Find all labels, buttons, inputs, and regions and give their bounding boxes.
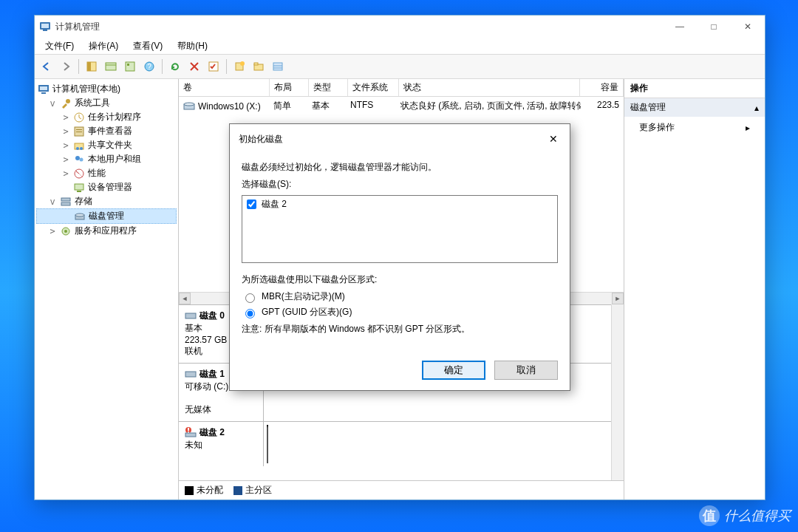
- disk-meta: 磁盘 2 未知: [179, 422, 264, 466]
- app-icon: [39, 21, 51, 33]
- tree-diskmgmt[interactable]: 磁盘管理: [36, 208, 177, 224]
- toolbar-sep: [226, 59, 227, 74]
- svg-rect-21: [41, 92, 46, 94]
- v-scrollbar[interactable]: [611, 304, 624, 481]
- volume-type: 基本: [307, 98, 346, 114]
- expander-icon[interactable]: >: [61, 168, 70, 179]
- tree-root-label: 计算机管理(本地): [52, 83, 120, 95]
- disk-select-list[interactable]: 磁盘 2: [242, 195, 558, 263]
- close-button[interactable]: ✕: [731, 16, 765, 38]
- tree-eventvwr[interactable]: >事件查看器: [36, 124, 177, 138]
- actions-more-label: 更多操作: [639, 121, 675, 134]
- svg-point-28: [76, 147, 79, 150]
- tree-devmgr[interactable]: 设备管理器: [36, 180, 177, 194]
- menu-view[interactable]: 查看(V): [126, 38, 170, 54]
- actions-category-label: 磁盘管理: [630, 101, 666, 114]
- col-status[interactable]: 状态: [399, 79, 580, 96]
- disk-row-2[interactable]: 磁盘 2 未知: [179, 421, 611, 466]
- expander-icon[interactable]: >: [61, 154, 70, 165]
- expander-icon[interactable]: >: [61, 126, 70, 137]
- view-button[interactable]: [102, 58, 120, 75]
- partition-unallocated[interactable]: [267, 425, 268, 463]
- svg-rect-4: [87, 62, 91, 71]
- expander-icon[interactable]: v: [48, 98, 57, 109]
- tree-label: 本地用户和组: [88, 153, 141, 166]
- watermark-text: 什么值得买: [724, 507, 791, 525]
- col-layout[interactable]: 布局: [270, 79, 309, 96]
- tree-perf[interactable]: >性能: [36, 166, 177, 180]
- svg-rect-35: [61, 198, 70, 201]
- volume-cap: 223.5: [581, 98, 624, 114]
- volume-name: Windows10 (X:): [198, 101, 261, 112]
- tree-storage[interactable]: v存储: [36, 194, 177, 208]
- expander-icon[interactable]: v: [48, 197, 57, 207]
- tree-localusers[interactable]: >本地用户和组: [36, 152, 177, 166]
- gpt-radio[interactable]: [245, 309, 255, 318]
- tree-scheduler[interactable]: >任务计划程序: [36, 110, 177, 124]
- svg-rect-15: [254, 63, 258, 65]
- nav-fwd-button[interactable]: [57, 58, 75, 75]
- actions-pane: 操作 磁盘管理 ▴ 更多操作 ▸: [624, 79, 765, 499]
- actions-category[interactable]: 磁盘管理 ▴: [624, 98, 765, 117]
- ok-button[interactable]: 确定: [422, 361, 485, 380]
- cancel-button[interactable]: 取消: [494, 361, 558, 380]
- volume-layout: 简单: [269, 98, 307, 114]
- actions-more[interactable]: 更多操作 ▸: [624, 117, 765, 138]
- disk-select-label: 磁盘 2: [262, 198, 287, 211]
- initialize-disk-dialog: 初始化磁盘 ✕ 磁盘必须经过初始化，逻辑磁盘管理器才能访问。 选择磁盘(S): …: [229, 123, 570, 391]
- mbr-option[interactable]: MBR(主启动记录)(M): [242, 290, 558, 303]
- tree-label: 存储: [75, 195, 92, 208]
- tree-label: 磁盘管理: [89, 210, 124, 222]
- col-fs[interactable]: 文件系统: [348, 79, 399, 96]
- titlebar[interactable]: 计算机管理 — □ ✕: [35, 16, 765, 38]
- col-type[interactable]: 类型: [309, 79, 348, 96]
- chevron-up-icon: ▴: [754, 103, 759, 113]
- dialog-close-button[interactable]: ✕: [545, 130, 562, 148]
- tree-shared[interactable]: >共享文件夹: [36, 138, 177, 152]
- svg-rect-46: [188, 428, 189, 431]
- tree-services[interactable]: >服务和应用程序: [36, 224, 177, 238]
- mbr-label: MBR(主启动记录)(M): [262, 290, 345, 303]
- maximize-button[interactable]: □: [697, 16, 731, 38]
- services-icon: [60, 225, 72, 237]
- expander-icon[interactable]: >: [48, 226, 57, 236]
- menu-action[interactable]: 操作(A): [81, 38, 126, 54]
- scroll-left-icon[interactable]: ◄: [179, 293, 191, 304]
- new-button[interactable]: [231, 58, 248, 75]
- scroll-right-icon[interactable]: ►: [612, 293, 624, 304]
- svg-rect-26: [76, 132, 82, 132]
- properties-button[interactable]: [121, 58, 139, 75]
- refresh-button[interactable]: [166, 58, 184, 75]
- tree-systools[interactable]: v系统工具: [36, 96, 177, 110]
- delete-button[interactable]: [185, 58, 203, 75]
- legend-primary-label: 主分区: [245, 485, 272, 495]
- list-view-button[interactable]: [269, 58, 287, 75]
- col-capacity[interactable]: 容量: [580, 79, 624, 96]
- show-hide-tree-button[interactable]: [83, 58, 100, 75]
- dialog-note: 注意: 所有早期版本的 Windows 都不识别 GPT 分区形式。: [242, 323, 558, 335]
- volume-row[interactable]: Windows10 (X:) 简单 基本 NTFS 状态良好 (系统, 启动, …: [179, 97, 624, 115]
- tree-root[interactable]: 计算机管理(本地): [36, 82, 177, 96]
- minimize-button[interactable]: —: [663, 16, 697, 38]
- checklist-button[interactable]: [205, 58, 222, 75]
- expander-icon[interactable]: >: [61, 140, 70, 151]
- expander-icon[interactable]: >: [61, 112, 70, 123]
- menu-help[interactable]: 帮助(H): [170, 38, 215, 54]
- menu-file[interactable]: 文件(F): [38, 38, 81, 54]
- gpt-option[interactable]: GPT (GUID 分区表)(G): [242, 306, 558, 318]
- device-icon: [73, 182, 85, 194]
- console-tree[interactable]: 计算机管理(本地) v系统工具 >任务计划程序 >事件查看器 >共享文件夹 >本…: [35, 79, 179, 499]
- toolbar-sep: [162, 59, 163, 74]
- disk-checkbox[interactable]: [247, 200, 256, 209]
- col-volume[interactable]: 卷: [179, 79, 270, 96]
- dialog-titlebar[interactable]: 初始化磁盘 ✕: [230, 124, 570, 152]
- gpt-label: GPT (GUID 分区表)(G): [262, 306, 352, 318]
- volume-header[interactable]: 卷 布局 类型 文件系统 状态 容量: [179, 79, 624, 97]
- tree-label: 服务和应用程序: [75, 225, 137, 237]
- help-button[interactable]: ?: [140, 58, 158, 75]
- folder-button[interactable]: [250, 58, 267, 75]
- nav-back-button[interactable]: [38, 58, 55, 75]
- disk-icon: [74, 211, 86, 222]
- disk-select-item[interactable]: 磁盘 2: [244, 197, 556, 211]
- mbr-radio[interactable]: [245, 293, 255, 303]
